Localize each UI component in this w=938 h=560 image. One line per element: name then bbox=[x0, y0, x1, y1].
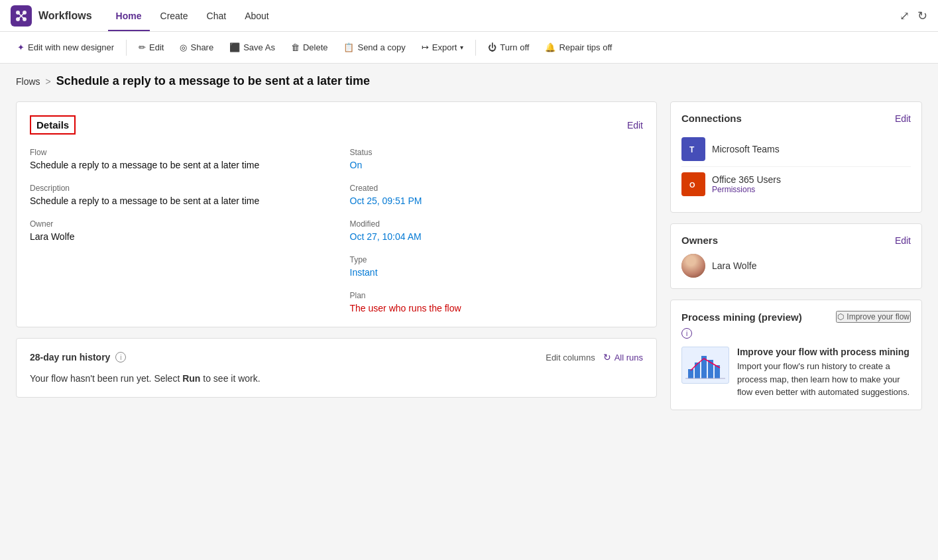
run-history-title: 28-day run history bbox=[30, 352, 110, 363]
modified-detail: Modified Oct 27, 10:04 AM bbox=[350, 219, 644, 242]
svg-text:T: T bbox=[689, 145, 695, 154]
breadcrumb-area: Flows > Schedule a reply to a message to… bbox=[0, 64, 938, 88]
edit-button[interactable]: ✏ Edit bbox=[132, 38, 170, 56]
run-history-info-icon[interactable]: i bbox=[115, 352, 126, 363]
nav-right: ⤢ ↻ bbox=[900, 9, 927, 23]
owner-avatar-image bbox=[681, 254, 705, 278]
edit-label: Edit bbox=[149, 42, 164, 52]
office-icon: O bbox=[681, 172, 705, 196]
process-info-icon[interactable]: i bbox=[681, 328, 692, 339]
office-info: Office 365 Users Permissions bbox=[712, 174, 781, 194]
run-keyword: Run bbox=[182, 373, 200, 384]
export-dropdown-icon: ▾ bbox=[460, 44, 463, 51]
breadcrumb: Flows > Schedule a reply to a message to… bbox=[16, 74, 922, 88]
modified-label: Modified bbox=[350, 219, 644, 229]
toolbar-sep-2 bbox=[475, 40, 476, 56]
all-runs-label: All runs bbox=[615, 353, 643, 363]
spacer-detail bbox=[30, 255, 323, 278]
top-nav: Workflows Home Create Chat About ⤢ ↻ bbox=[0, 0, 938, 32]
app-title: Workflows bbox=[38, 10, 92, 22]
run-history-empty: Your flow hasn't been run yet. Select Ru… bbox=[30, 373, 643, 384]
run-history-header: 28-day run history i Edit columns ↻ All … bbox=[30, 352, 643, 363]
type-detail: Type Instant bbox=[350, 255, 644, 278]
toolbar-sep-1 bbox=[126, 40, 127, 56]
send-copy-label: Send a copy bbox=[357, 42, 405, 52]
status-value: On bbox=[350, 160, 644, 170]
owners-edit-button[interactable]: Edit bbox=[895, 235, 911, 246]
save-as-label: Save As bbox=[243, 42, 275, 52]
delete-icon: 🗑 bbox=[291, 42, 300, 52]
nav-chat[interactable]: Chat bbox=[199, 0, 235, 31]
created-detail: Created Oct 25, 09:51 PM bbox=[350, 184, 644, 206]
details-edit-button[interactable]: Edit bbox=[627, 120, 643, 131]
main-content: Details Edit Flow Schedule a reply to a … bbox=[0, 88, 938, 423]
turn-off-label: Turn off bbox=[500, 42, 529, 52]
delete-button[interactable]: 🗑 Delete bbox=[284, 38, 335, 56]
left-column: Details Edit Flow Schedule a reply to a … bbox=[16, 101, 657, 410]
share-button[interactable]: ◎ Share bbox=[173, 38, 220, 56]
connection-teams: T Microsoft Teams bbox=[681, 132, 911, 167]
teams-info: Microsoft Teams bbox=[712, 144, 780, 154]
modified-value: Oct 27, 10:04 AM bbox=[350, 231, 644, 242]
save-as-icon: ⬛ bbox=[229, 42, 240, 52]
description-value: Schedule a reply to a message to be sent… bbox=[30, 196, 323, 206]
nav-home[interactable]: Home bbox=[108, 0, 150, 31]
details-card: Details Edit Flow Schedule a reply to a … bbox=[16, 101, 657, 327]
flow-value: Schedule a reply to a message to be sent… bbox=[30, 160, 323, 170]
owner-avatar bbox=[681, 254, 705, 278]
resize-icon[interactable]: ⤢ bbox=[900, 9, 909, 23]
repair-tips-icon: 🔔 bbox=[545, 42, 556, 52]
nav-about[interactable]: About bbox=[237, 0, 277, 31]
breadcrumb-parent[interactable]: Flows bbox=[16, 76, 40, 87]
delete-label: Delete bbox=[303, 42, 328, 52]
process-chart-image bbox=[681, 347, 729, 384]
permissions-link[interactable]: Permissions bbox=[712, 185, 781, 194]
nav-items: Home Create Chat About bbox=[108, 0, 277, 31]
edit-icon: ✏ bbox=[139, 42, 146, 52]
improve-flow-icon: ⬡ bbox=[837, 312, 844, 321]
export-button[interactable]: ↦ Export ▾ bbox=[415, 38, 471, 56]
owner-label: Owner bbox=[30, 219, 323, 229]
type-value: Instant bbox=[350, 267, 644, 278]
repair-tips-button[interactable]: 🔔 Repair tips off bbox=[538, 38, 618, 56]
created-label: Created bbox=[350, 184, 644, 193]
status-label: Status bbox=[350, 148, 644, 157]
type-label: Type bbox=[350, 255, 644, 264]
process-header: Process mining (preview) ⬡ Improve your … bbox=[681, 311, 911, 323]
improve-flow-button[interactable]: ⬡ Improve your flow bbox=[836, 311, 911, 323]
details-title: Details bbox=[30, 115, 76, 135]
all-runs-button[interactable]: ↻ All runs bbox=[603, 352, 643, 363]
plan-value: The user who runs the flow bbox=[350, 303, 644, 313]
owners-title: Owners bbox=[681, 235, 718, 246]
save-as-button[interactable]: ⬛ Save As bbox=[223, 38, 282, 56]
owner-value: Lara Wolfe bbox=[30, 231, 323, 242]
run-history-actions: Edit columns ↻ All runs bbox=[546, 352, 643, 363]
refresh-icon[interactable]: ↻ bbox=[917, 9, 927, 23]
svg-rect-10 bbox=[688, 369, 693, 378]
empty-prefix: Your flow hasn't been run yet. Select bbox=[30, 373, 182, 384]
turn-off-icon: ⏻ bbox=[488, 42, 497, 52]
flow-label: Flow bbox=[30, 148, 323, 157]
refresh-runs-icon: ↻ bbox=[603, 352, 611, 363]
turn-off-button[interactable]: ⏻ Turn off bbox=[481, 38, 536, 56]
status-detail: Status On bbox=[350, 148, 644, 170]
teams-name: Microsoft Teams bbox=[712, 144, 780, 154]
connections-edit-button[interactable]: Edit bbox=[895, 113, 911, 124]
process-body-text: Import your flow's run history to create… bbox=[737, 360, 911, 399]
empty-suffix: to see it work. bbox=[200, 373, 260, 384]
plan-label: Plan bbox=[350, 291, 644, 300]
send-copy-button[interactable]: 📋 Send a copy bbox=[337, 38, 412, 56]
edit-new-designer-icon: ✦ bbox=[17, 42, 25, 52]
nav-create[interactable]: Create bbox=[152, 0, 196, 31]
edit-columns-button[interactable]: Edit columns bbox=[546, 353, 595, 363]
plan-detail: Plan The user who runs the flow bbox=[350, 291, 644, 313]
description-detail: Description Schedule a reply to a messag… bbox=[30, 184, 323, 206]
connections-card: Connections Edit T Microsoft Teams bbox=[670, 101, 922, 213]
edit-new-designer-button[interactable]: ✦ Edit with new designer bbox=[11, 38, 121, 56]
process-body-title: Improve your flow with process mining bbox=[737, 347, 911, 357]
export-label: Export bbox=[432, 42, 457, 52]
created-value: Oct 25, 09:51 PM bbox=[350, 196, 644, 206]
app-logo bbox=[11, 5, 32, 27]
teams-icon: T bbox=[681, 137, 705, 161]
breadcrumb-separator: > bbox=[46, 76, 51, 87]
